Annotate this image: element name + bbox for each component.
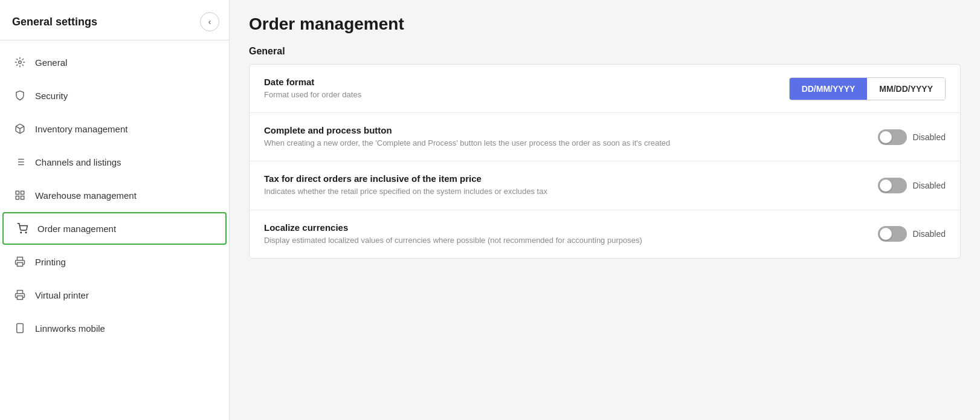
sidebar-item-order[interactable]: Order management [2, 212, 227, 245]
date-btn-mmddyyyy[interactable]: MM/DD/YYYY [867, 78, 945, 100]
sidebar-title: General settings [12, 16, 97, 28]
sidebar-item-linnworks-mobile-label: Linnworks mobile [35, 323, 105, 334]
complete-process-toggle[interactable] [878, 129, 907, 145]
sidebar-item-security[interactable]: Security [0, 79, 229, 112]
tax-direct-toggle[interactable] [878, 178, 907, 193]
svg-point-12 [21, 232, 22, 233]
tax-direct-left: Tax for direct orders are inclusive of t… [264, 173, 878, 197]
sidebar-item-security-label: Security [35, 91, 68, 101]
svg-point-13 [25, 232, 27, 233]
printer2-icon [13, 288, 27, 302]
sidebar-item-order-label: Order management [37, 224, 116, 234]
date-format-label: Date format [264, 77, 775, 87]
localize-currencies-thumb [880, 228, 892, 240]
collapse-button[interactable]: ‹ [200, 12, 219, 31]
tax-direct-thumb [880, 179, 892, 192]
complete-process-desc: When creating a new order, the 'Complete… [264, 138, 863, 149]
sidebar-item-warehouse[interactable]: Warehouse management [0, 179, 229, 212]
tax-direct-control: Disabled [878, 178, 946, 193]
date-format-desc: Format used for order dates [264, 89, 775, 100]
localize-currencies-left: Localize currencies Display estimated lo… [264, 222, 878, 246]
sidebar-item-linnworks-mobile[interactable]: Linnworks mobile [0, 312, 229, 344]
sidebar-item-inventory[interactable]: Inventory management [0, 112, 229, 145]
sidebar-item-channels-label: Channels and listings [35, 157, 121, 167]
settings-card: Date format Format used for order dates … [249, 64, 961, 259]
date-format-row: Date format Format used for order dates … [250, 65, 960, 113]
sidebar-item-virtual-printer[interactable]: Virtual printer [0, 279, 229, 311]
sidebar-item-general-label: General [35, 57, 67, 68]
sidebar-item-virtual-printer-label: Virtual printer [35, 290, 89, 300]
sidebar-item-printing[interactable]: Printing [0, 245, 229, 278]
tax-direct-label: Tax for direct orders are inclusive of t… [264, 173, 863, 184]
date-format-left: Date format Format used for order dates [264, 77, 789, 100]
sidebar-item-warehouse-label: Warehouse management [35, 190, 137, 201]
svg-rect-15 [18, 296, 23, 300]
complete-process-row: Complete and process button When creatin… [250, 113, 960, 161]
main-content: Order management General Date format For… [230, 0, 980, 420]
gear-icon [13, 56, 27, 69]
complete-process-left: Complete and process button When creatin… [264, 125, 878, 149]
date-format-group: DD/MM/YYYY MM/DD/YYYY [789, 77, 946, 100]
box-icon [13, 122, 27, 135]
sidebar-nav: General Security Inventory management [0, 40, 229, 420]
tax-direct-status: Disabled [913, 181, 946, 190]
section-general-title: General [249, 46, 961, 57]
localize-currencies-control: Disabled [878, 226, 946, 242]
svg-rect-10 [21, 196, 24, 199]
sidebar-item-printing-label: Printing [35, 257, 66, 267]
shield-icon [13, 89, 27, 102]
cart-icon [16, 222, 29, 235]
svg-rect-8 [16, 191, 19, 194]
svg-rect-11 [16, 196, 19, 199]
mobile-icon [13, 321, 27, 335]
page-title: Order management [249, 15, 961, 34]
complete-process-status: Disabled [913, 132, 946, 142]
sidebar-item-general[interactable]: General [0, 46, 229, 79]
complete-process-label: Complete and process button [264, 125, 863, 135]
sidebar-header: General settings ‹ [0, 0, 229, 40]
localize-currencies-status: Disabled [913, 229, 946, 239]
localize-currencies-desc: Display estimated localized values of cu… [264, 235, 863, 246]
svg-point-0 [19, 61, 22, 64]
localize-currencies-row: Localize currencies Display estimated lo… [250, 210, 960, 258]
grid-icon [13, 189, 27, 202]
svg-rect-14 [18, 263, 23, 267]
date-format-control: DD/MM/YYYY MM/DD/YYYY [789, 77, 946, 100]
localize-currencies-label: Localize currencies [264, 222, 863, 233]
tax-direct-row: Tax for direct orders are inclusive of t… [250, 161, 960, 210]
tax-direct-desc: Indicates whether the retail price speci… [264, 186, 863, 197]
svg-rect-9 [21, 191, 24, 194]
sidebar-item-channels[interactable]: Channels and listings [0, 146, 229, 178]
complete-process-thumb [880, 131, 892, 143]
tax-direct-toggle-wrapper: Disabled [878, 178, 946, 193]
localize-currencies-toggle[interactable] [878, 226, 907, 242]
print-icon [13, 255, 27, 268]
list-icon [13, 155, 27, 169]
sidebar-item-inventory-label: Inventory management [35, 124, 127, 134]
complete-process-control: Disabled [878, 129, 946, 145]
complete-process-toggle-wrapper: Disabled [878, 129, 946, 145]
localize-currencies-toggle-wrapper: Disabled [878, 226, 946, 242]
sidebar: General settings ‹ General Security [0, 0, 230, 420]
date-btn-ddmmyyyy[interactable]: DD/MM/YYYY [790, 78, 868, 100]
